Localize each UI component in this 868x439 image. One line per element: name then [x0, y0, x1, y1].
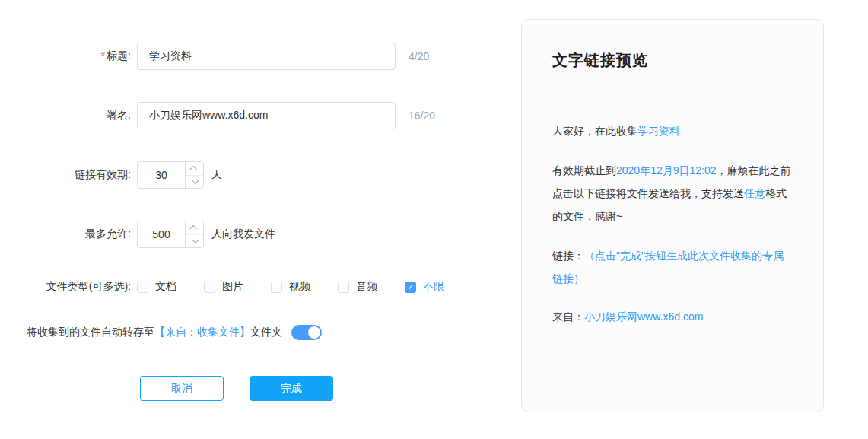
form-actions: 取消 完成: [140, 376, 521, 401]
title-field-row: *标题: 学习资料 4/20: [27, 43, 521, 70]
greeting-title-link: 学习资料: [637, 125, 680, 137]
max-people-stepper-arrows: [185, 221, 203, 247]
greeting-text: 大家好，在此收集: [552, 125, 637, 137]
chevron-down-icon: [192, 236, 199, 243]
toggle-knob: [308, 326, 320, 339]
signature-field-row: 署名: 小刀娱乐网www.x6d.com 16/20: [27, 102, 521, 129]
auto-save-text-before: 将收集到的文件自动转存至: [27, 326, 154, 339]
title-input[interactable]: 学习资料: [137, 43, 396, 70]
auto-save-text-after: 文件夹: [250, 326, 282, 339]
validity-stepper-arrows: [185, 162, 203, 188]
file-types-row: 文件类型(可多选): ✓ 文档 ✓ 图片 ✓ 视频 ✓ 音频: [27, 280, 521, 294]
checkbox-icon: ✓: [405, 282, 416, 293]
checkbox-doc[interactable]: ✓ 文档: [137, 280, 176, 294]
auto-save-folder-link[interactable]: 【来自：收集文件】: [154, 326, 250, 339]
checkbox-video[interactable]: ✓ 视频: [271, 280, 310, 294]
file-collection-dialog: *标题: 学习资料 4/20 署名: 小刀娱乐网www.x6d.com 16/2…: [0, 0, 868, 412]
validity-deadline-link: 2020年12月9日12:02: [616, 164, 717, 177]
collection-form: *标题: 学习资料 4/20 署名: 小刀娱乐网www.x6d.com 16/2…: [0, 0, 521, 412]
checkbox-unlimited-label: 不限: [423, 280, 444, 294]
title-char-counter: 4/20: [409, 50, 429, 62]
file-types-label: 文件类型(可多选):: [27, 280, 131, 294]
link-placeholder-hint: （点击"完成"按钮生成此次文件收集的专属链接）: [552, 250, 784, 285]
checkbox-video-label: 视频: [289, 280, 310, 294]
max-people-field-row: 最多允许: 500 人向我发文件: [27, 221, 521, 248]
file-type-checkbox-group: ✓ 文档 ✓ 图片 ✓ 视频 ✓ 音频 ✓ 不限: [137, 280, 444, 294]
preview-from-paragraph: 来自：小刀娱乐网www.x6d.com: [552, 305, 793, 328]
from-signature-link: 小刀娱乐网www.x6d.com: [584, 310, 703, 323]
checkbox-image-label: 图片: [222, 280, 243, 294]
validity-label: 链接有效期:: [27, 168, 131, 182]
max-people-unit-label: 人向我发文件: [211, 227, 275, 241]
chevron-up-icon: [189, 166, 197, 173]
preview-validity-paragraph: 有效期截止到2020年12月9日12:02，麻烦在此之前点击以下链接将文件发送给…: [552, 159, 793, 227]
checkbox-icon: ✓: [338, 282, 349, 293]
title-label: *标题:: [27, 49, 131, 63]
checkbox-doc-label: 文档: [155, 280, 176, 294]
chevron-down-icon: [192, 177, 199, 184]
auto-save-row: 将收集到的文件自动转存至【来自：收集文件】文件夹: [27, 325, 521, 340]
required-asterisk: *: [101, 49, 105, 62]
checkbox-unlimited[interactable]: ✓ 不限: [405, 280, 444, 294]
checkbox-icon: ✓: [137, 282, 148, 293]
checkbox-audio-label: 音频: [356, 280, 377, 294]
from-label: 来自：: [552, 310, 584, 323]
max-people-value[interactable]: 500: [138, 221, 185, 247]
title-input-value: 学习资料: [149, 49, 192, 63]
checkbox-audio[interactable]: ✓ 音频: [338, 280, 377, 294]
title-label-text: 标题:: [107, 49, 131, 62]
validity-unit-label: 天: [211, 168, 222, 182]
preview-title: 文字链接预览: [552, 50, 793, 71]
auto-save-toggle[interactable]: [291, 325, 322, 340]
signature-input-value: 小刀娱乐网www.x6d.com: [149, 109, 268, 122]
link-label: 链接：: [552, 250, 584, 262]
validity-text-1: 有效期截止到: [552, 164, 616, 177]
max-people-increase-button[interactable]: [186, 221, 203, 234]
signature-label: 署名:: [27, 109, 131, 122]
checkbox-icon: ✓: [204, 282, 215, 293]
text-link-preview-card: 文字链接预览 大家好，在此收集学习资料 有效期截止到2020年12月9日12:0…: [521, 19, 824, 412]
preview-greeting-paragraph: 大家好，在此收集学习资料: [552, 119, 793, 142]
chevron-up-icon: [189, 225, 197, 233]
validity-field-row: 链接有效期: 30 天: [27, 161, 521, 189]
checkbox-icon: ✓: [271, 282, 282, 293]
cancel-button[interactable]: 取消: [140, 376, 224, 401]
checkbox-image[interactable]: ✓ 图片: [204, 280, 243, 294]
validity-decrease-button[interactable]: [186, 175, 203, 189]
signature-input[interactable]: 小刀娱乐网www.x6d.com: [137, 102, 396, 129]
max-people-decrease-button[interactable]: [186, 234, 203, 248]
check-icon: ✓: [407, 283, 414, 291]
preview-link-paragraph: 链接：（点击"完成"按钮生成此次文件收集的专属链接）: [552, 244, 793, 290]
max-people-stepper[interactable]: 500: [137, 221, 204, 248]
any-format-link: 任意: [744, 187, 765, 199]
validity-days-value[interactable]: 30: [138, 162, 185, 188]
validity-days-stepper[interactable]: 30: [137, 161, 204, 189]
confirm-button[interactable]: 完成: [250, 376, 333, 401]
validity-increase-button[interactable]: [186, 162, 203, 175]
max-people-label: 最多允许:: [27, 227, 131, 241]
signature-char-counter: 16/20: [409, 110, 435, 122]
